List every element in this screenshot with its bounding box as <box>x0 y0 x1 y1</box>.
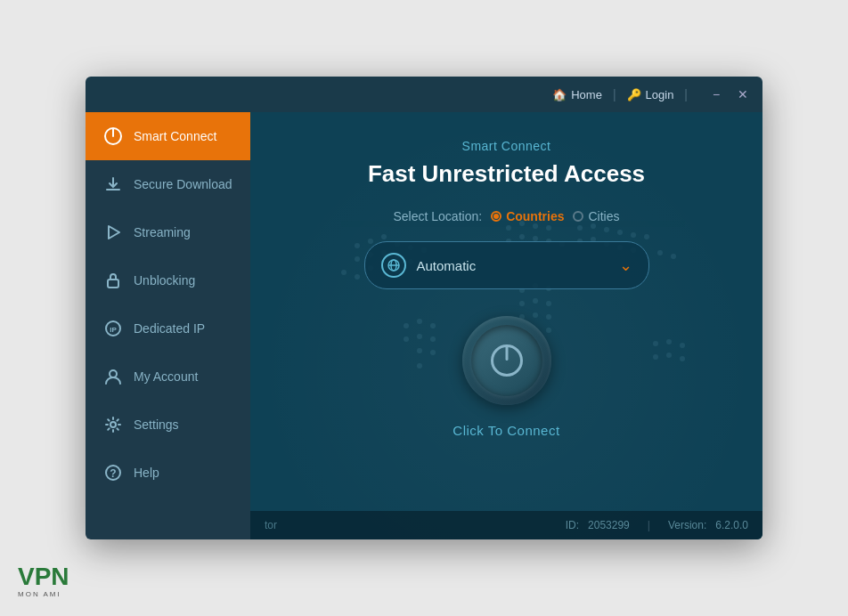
help-icon: ? <box>103 463 123 482</box>
title-bar-nav: 🏠 Home | 🔑 Login | <box>542 85 688 105</box>
location-dropdown[interactable]: Automatic ⌄ <box>364 241 649 289</box>
content-inner: Smart Connect Fast Unrestricted Access S… <box>250 112 762 438</box>
svg-text:?: ? <box>110 467 116 480</box>
footer-left-text: tor <box>265 519 277 531</box>
ip-icon: IP <box>103 319 123 338</box>
cities-label: Cities <box>588 209 619 223</box>
content-title: Fast Unrestricted Access <box>368 160 645 188</box>
sidebar-item-unblocking[interactable]: Unblocking <box>86 256 250 304</box>
footer-version: Version: 6.2.0.0 <box>668 519 748 531</box>
footer-id-value: 2053299 <box>588 519 630 531</box>
vpn-logo: VPN MON AMI <box>18 564 69 598</box>
minimize-button[interactable]: − <box>704 82 729 107</box>
sidebar-label-settings: Settings <box>134 417 179 432</box>
footer-version-label: Version: <box>668 519 706 531</box>
footer-id: ID: 2053299 <box>566 519 630 531</box>
sidebar-item-secure-download[interactable]: Secure Download <box>86 160 250 208</box>
login-label: Login <box>646 88 674 101</box>
sidebar-label-my-account: My Account <box>134 369 198 384</box>
app-window: 🏠 Home | 🔑 Login | − ✕ <box>86 77 762 539</box>
dropdown-arrow-icon: ⌄ <box>619 255 632 275</box>
location-row: Select Location: Countries Cities <box>394 209 620 223</box>
sidebar-label-unblocking: Unblocking <box>134 273 195 288</box>
countries-radio[interactable]: Countries <box>491 209 564 223</box>
play-icon <box>103 223 123 242</box>
power-circle-icon <box>103 126 123 146</box>
settings-icon <box>103 415 123 434</box>
location-dropdown-wrapper: Automatic ⌄ <box>364 241 649 289</box>
main-area: Smart Connect Secure Download Streaming <box>86 112 762 539</box>
countries-label: Countries <box>506 209 564 223</box>
footer-version-value: 6.2.0.0 <box>715 519 748 531</box>
footer-separator: | <box>648 519 650 531</box>
vpn-logo-text: VPN <box>18 564 69 589</box>
footer-id-label: ID: <box>566 519 579 531</box>
home-button[interactable]: 🏠 Home <box>542 85 613 105</box>
select-location-label: Select Location: <box>394 209 483 223</box>
svg-marker-2 <box>109 226 119 239</box>
power-button-container <box>462 316 551 405</box>
lock-icon <box>103 271 123 290</box>
countries-radio-dot <box>491 211 501 222</box>
sidebar-item-help[interactable]: ? Help <box>86 449 250 497</box>
svg-text:IP: IP <box>110 326 117 334</box>
sidebar-label-secure-download: Secure Download <box>134 177 232 191</box>
sidebar-item-streaming[interactable]: Streaming <box>86 208 250 256</box>
content-area: Smart Connect Fast Unrestricted Access S… <box>250 112 762 539</box>
login-icon: 🔑 <box>627 88 641 101</box>
sidebar-item-smart-connect[interactable]: Smart Connect <box>86 112 250 160</box>
home-icon: 🏠 <box>552 88 567 101</box>
sidebar-label-smart-connect: Smart Connect <box>134 129 216 143</box>
login-button[interactable]: 🔑 Login <box>616 85 685 105</box>
power-button-inner <box>471 325 542 396</box>
download-icon <box>103 174 123 194</box>
cities-radio[interactable]: Cities <box>573 209 619 223</box>
connect-label[interactable]: Click To Connect <box>453 423 559 438</box>
svg-point-6 <box>110 370 117 377</box>
power-button[interactable] <box>462 316 551 405</box>
globe-icon <box>381 253 406 278</box>
sidebar-label-streaming: Streaming <box>134 225 191 239</box>
title-bar: 🏠 Home | 🔑 Login | − ✕ <box>86 77 762 112</box>
sidebar: Smart Connect Secure Download Streaming <box>86 112 250 539</box>
vpn-logo-sub: MON AMI <box>18 590 61 598</box>
sidebar-label-dedicated-ip: Dedicated IP <box>134 321 205 336</box>
close-button[interactable]: ✕ <box>730 82 755 107</box>
svg-point-7 <box>110 422 116 427</box>
window-controls: − ✕ <box>704 82 755 107</box>
power-symbol-icon <box>491 344 523 377</box>
user-icon <box>103 367 123 386</box>
nav-separator-2: | <box>684 87 688 101</box>
footer: tor ID: 2053299 | Version: 6.2.0.0 <box>250 511 762 539</box>
cities-radio-dot <box>573 211 583 222</box>
sidebar-label-help: Help <box>134 466 159 480</box>
sidebar-item-dedicated-ip[interactable]: IP Dedicated IP <box>86 304 250 353</box>
content-subtitle: Smart Connect <box>462 139 551 153</box>
dropdown-value: Automatic <box>417 258 608 273</box>
sidebar-item-my-account[interactable]: My Account <box>86 353 250 401</box>
sidebar-item-settings[interactable]: Settings <box>86 401 250 449</box>
svg-rect-3 <box>108 280 118 288</box>
home-label: Home <box>571 88 602 101</box>
